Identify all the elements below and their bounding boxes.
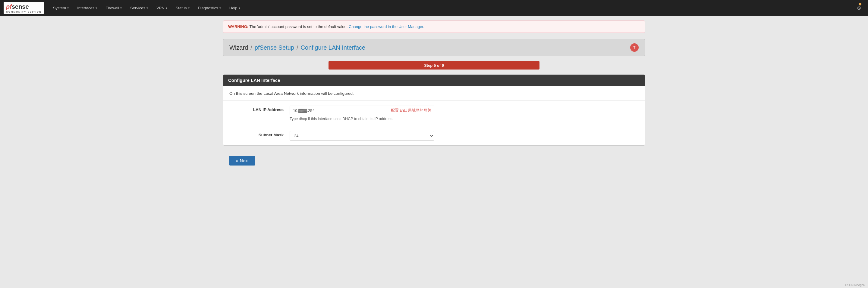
navbar: pfsense COMMUNITY EDITION System ▾ Inter… <box>0 0 868 16</box>
firewall-caret-icon: ▾ <box>120 6 122 10</box>
logo-pf: pf <box>6 3 12 10</box>
step-bar: Step 5 of 9 <box>329 61 539 70</box>
nav-link-firewall[interactable]: Firewall ▾ <box>101 0 126 16</box>
logout-icon: ⎋ <box>858 5 861 11</box>
lan-ip-row: LAN IP Address 配置lan口局域网的网关 Type dhcp if… <box>223 101 645 126</box>
help-caret-icon: ▾ <box>239 6 240 10</box>
diagnostics-caret-icon: ▾ <box>219 6 221 10</box>
nav-label-system: System <box>53 6 66 10</box>
breadcrumb-sep2: / <box>297 44 299 51</box>
nav-menu: System ▾ Interfaces ▾ Firewall ▾ Service… <box>49 0 854 16</box>
lan-ip-help-text: Type dhcp if this interface uses DHCP to… <box>290 117 639 121</box>
nav-label-help: Help <box>229 6 238 10</box>
warning-link[interactable]: Change the password in the User Manager. <box>349 24 424 29</box>
nav-link-status[interactable]: Status ▾ <box>172 0 194 16</box>
nav-item-help[interactable]: Help ▾ <box>225 0 244 16</box>
next-button-label: Next <box>240 158 249 163</box>
nav-link-interfaces[interactable]: Interfaces ▾ <box>73 0 101 16</box>
subnet-mask-select[interactable]: 24 25 23 22 21 20 16 8 <box>290 131 434 141</box>
nav-right: ⎋ <box>854 0 864 16</box>
warning-message: The 'admin' account password is set to t… <box>250 24 349 29</box>
warning-banner: WARNING: The 'admin' account password is… <box>223 21 645 33</box>
brand-logo[interactable]: pfsense COMMUNITY EDITION <box>4 2 44 14</box>
subnet-mask-label: Subnet Mask <box>229 131 290 137</box>
nav-link-help[interactable]: Help ▾ <box>225 0 244 16</box>
form-card-header: Configure LAN Interface <box>223 75 645 86</box>
breadcrumb: Wizard / pfSense Setup / Configure LAN I… <box>229 44 365 51</box>
nav-link-system[interactable]: System ▾ <box>49 0 73 16</box>
main-content: WARNING: The 'admin' account password is… <box>217 16 651 176</box>
form-card-title: Configure LAN Interface <box>228 78 280 83</box>
help-question-icon: ? <box>633 45 636 50</box>
nav-item-services[interactable]: Services ▾ <box>126 0 152 16</box>
nav-label-status: Status <box>176 6 187 10</box>
logo-community: COMMUNITY EDITION <box>6 10 41 13</box>
breadcrumb-sep1: / <box>250 44 252 51</box>
nav-item-interfaces[interactable]: Interfaces ▾ <box>73 0 101 16</box>
breadcrumb-current[interactable]: Configure LAN Interface <box>301 44 366 51</box>
next-button[interactable]: » Next <box>229 156 255 166</box>
form-description: On this screen the Local Area Network in… <box>223 86 645 101</box>
subnet-mask-control-wrap: 24 25 23 22 21 20 16 8 <box>290 131 639 141</box>
services-caret-icon: ▾ <box>147 6 148 10</box>
nav-label-services: Services <box>130 6 145 10</box>
form-description-text: On this screen the Local Area Network in… <box>229 91 354 96</box>
logout-button[interactable]: ⎋ <box>854 0 864 16</box>
action-row: » Next <box>223 153 645 172</box>
footer-note: CSDN ©doge6 <box>845 284 865 287</box>
nav-link-vpn[interactable]: VPN ▾ <box>152 0 172 16</box>
nav-link-diagnostics[interactable]: Diagnostics ▾ <box>194 0 225 16</box>
nav-label-interfaces: Interfaces <box>77 6 94 10</box>
status-caret-icon: ▾ <box>188 6 190 10</box>
lan-ip-label: LAN IP Address <box>229 106 290 112</box>
lan-ip-control-wrap: 配置lan口局域网的网关 Type dhcp if this interface… <box>290 106 639 121</box>
nav-item-system[interactable]: System ▾ <box>49 0 73 16</box>
vpn-caret-icon: ▾ <box>166 6 167 10</box>
step-bar-container: Step 5 of 9 <box>223 61 645 70</box>
notification-dot <box>859 3 861 5</box>
system-caret-icon: ▾ <box>67 6 69 10</box>
breadcrumb-root: Wizard <box>229 44 248 51</box>
page-header: Wizard / pfSense Setup / Configure LAN I… <box>223 39 645 56</box>
nav-item-vpn[interactable]: VPN ▾ <box>152 0 172 16</box>
next-arrows-icon: » <box>236 158 238 163</box>
breadcrumb-link1[interactable]: pfSense Setup <box>255 44 294 51</box>
subnet-mask-row: Subnet Mask 24 25 23 22 21 20 16 8 <box>223 126 645 145</box>
nav-item-diagnostics[interactable]: Diagnostics ▾ <box>194 0 225 16</box>
lan-ip-input-wrapper: 配置lan口局域网的网关 <box>290 106 434 115</box>
nav-label-vpn: VPN <box>156 6 164 10</box>
nav-link-services[interactable]: Services ▾ <box>126 0 152 16</box>
lan-ip-input[interactable] <box>290 106 434 115</box>
nav-item-status[interactable]: Status ▾ <box>172 0 194 16</box>
logo-sense: sense <box>12 3 29 10</box>
form-card: Configure LAN Interface On this screen t… <box>223 74 645 146</box>
form-card-body: On this screen the Local Area Network in… <box>223 86 645 145</box>
warning-label: WARNING: <box>228 24 248 29</box>
nav-item-firewall[interactable]: Firewall ▾ <box>101 0 126 16</box>
nav-label-firewall: Firewall <box>105 6 119 10</box>
nav-label-diagnostics: Diagnostics <box>198 6 218 10</box>
interfaces-caret-icon: ▾ <box>96 6 97 10</box>
step-bar-text: Step 5 of 9 <box>424 63 444 68</box>
help-button[interactable]: ? <box>630 43 639 52</box>
